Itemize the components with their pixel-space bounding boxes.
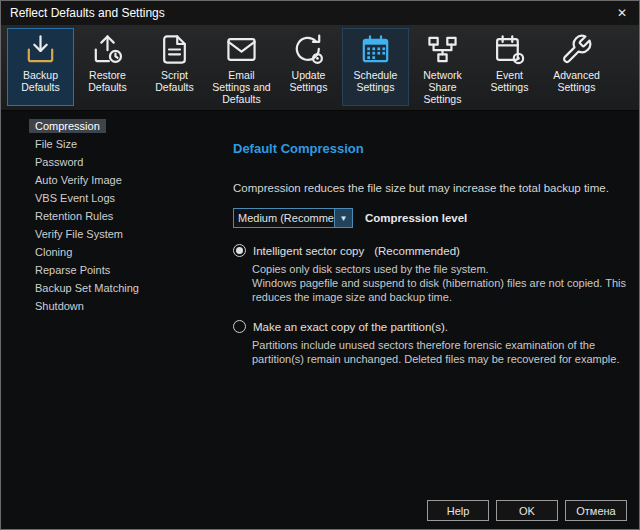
page-title: Default Compression: [233, 141, 629, 156]
dialog-footer: Help OK Отмена: [420, 500, 627, 521]
toolbar-item-update-settings[interactable]: Update Settings: [275, 28, 342, 106]
settings-toolbar: Backup Defaults Restore Defaults Script …: [1, 25, 639, 111]
radio-selected-icon[interactable]: [233, 244, 246, 257]
close-button[interactable]: ✕: [605, 1, 639, 25]
sidebar-item-auto-verify-image[interactable]: Auto Verify Image: [1, 171, 216, 189]
title-bar: Reflect Defaults and Settings ✕: [1, 1, 639, 25]
compression-level-row: Medium (Recommende ▼ Compression level: [233, 208, 629, 228]
sidebar-item-label: Verify File System: [29, 227, 129, 241]
ok-button[interactable]: OK: [496, 500, 558, 521]
toolbar-item-label: Script Defaults: [142, 69, 207, 93]
settings-sidebar: Compression File Size Password Auto Veri…: [1, 117, 216, 315]
toolbar-item-label: Event Settings: [477, 69, 542, 93]
toolbar-item-restore-defaults[interactable]: Restore Defaults: [74, 28, 141, 106]
toolbar-item-network-share-settings[interactable]: Network Share Settings: [409, 28, 476, 106]
sidebar-item-verify-file-system[interactable]: Verify File System: [1, 225, 216, 243]
email-icon: [225, 33, 258, 66]
sidebar-item-label: Compression: [29, 119, 106, 133]
option-description: Partitions include unused sectors theref…: [252, 338, 629, 366]
intro-text: Compression reduces the file size but ma…: [233, 182, 629, 194]
sidebar-item-label: Backup Set Matching: [29, 281, 145, 295]
sidebar-item-reparse-points[interactable]: Reparse Points: [1, 261, 216, 279]
close-icon: ✕: [617, 6, 627, 20]
update-icon: [292, 33, 325, 66]
chevron-down-icon[interactable]: ▼: [334, 209, 352, 227]
option-exact-copy: Make an exact copy of the partition(s). …: [233, 320, 629, 366]
toolbar-item-label: Restore Defaults: [75, 69, 140, 93]
sidebar-item-file-size[interactable]: File Size: [1, 135, 216, 153]
radio-intelligent-sector-copy[interactable]: Intelligent sector copy (Recommended): [233, 244, 629, 257]
option-intelligent-sector-copy: Intelligent sector copy (Recommended) Co…: [233, 244, 629, 304]
help-button[interactable]: Help: [427, 500, 489, 521]
sidebar-item-label: File Size: [29, 137, 83, 151]
toolbar-item-email-settings[interactable]: Email Settings and Defaults: [208, 28, 275, 106]
toolbar-item-backup-defaults[interactable]: Backup Defaults: [7, 28, 74, 106]
reflect-defaults-dialog: Reflect Defaults and Settings ✕ Backup D…: [0, 0, 640, 530]
dropdown-value: Medium (Recommende: [234, 209, 334, 227]
toolbar-item-label: Email Settings and Defaults: [209, 69, 274, 105]
sidebar-item-label: Cloning: [29, 245, 78, 259]
backup-icon: [24, 33, 57, 66]
toolbar-item-label: Advanced Settings: [544, 69, 609, 93]
sidebar-item-retention-rules[interactable]: Retention Rules: [1, 207, 216, 225]
sidebar-item-cloning[interactable]: Cloning: [1, 243, 216, 261]
toolbar-item-label: Update Settings: [276, 69, 341, 93]
toolbar-item-label: Network Share Settings: [410, 69, 475, 105]
radio-label: Intelligent sector copy: [253, 245, 364, 257]
toolbar-item-advanced-settings[interactable]: Advanced Settings: [543, 28, 610, 106]
event-icon: [493, 33, 526, 66]
sidebar-item-label: Auto Verify Image: [29, 173, 128, 187]
sidebar-item-label: VBS Event Logs: [29, 191, 121, 205]
toolbar-item-event-settings[interactable]: Event Settings: [476, 28, 543, 106]
sidebar-item-label: Password: [29, 155, 89, 169]
cancel-button[interactable]: Отмена: [565, 500, 627, 521]
radio-exact-copy[interactable]: Make an exact copy of the partition(s).: [233, 320, 629, 333]
toolbar-item-label: Schedule Settings: [343, 69, 408, 93]
compression-level-label: Compression level: [365, 212, 467, 224]
sidebar-item-label: Retention Rules: [29, 209, 119, 223]
window-title: Reflect Defaults and Settings: [10, 6, 605, 20]
option-description: Copies only disk sectors used by the fil…: [252, 262, 629, 304]
sidebar-item-password[interactable]: Password: [1, 153, 216, 171]
advanced-wrench-icon: [560, 33, 593, 66]
sidebar-item-vbs-event-logs[interactable]: VBS Event Logs: [1, 189, 216, 207]
main-panel: Default Compression Compression reduces …: [233, 117, 629, 366]
network-share-icon: [426, 33, 459, 66]
schedule-icon: [359, 33, 392, 66]
restore-icon: [91, 33, 124, 66]
toolbar-item-label: Backup Defaults: [8, 69, 73, 93]
radio-unselected-icon[interactable]: [233, 320, 246, 333]
sidebar-item-shutdown[interactable]: Shutdown: [1, 297, 216, 315]
script-icon: [158, 33, 191, 66]
toolbar-item-schedule-settings[interactable]: Schedule Settings: [342, 28, 409, 106]
radio-label-suffix: (Recommended): [374, 245, 460, 257]
sidebar-item-compression[interactable]: Compression: [1, 117, 216, 135]
sidebar-item-label: Shutdown: [29, 299, 90, 313]
compression-level-dropdown[interactable]: Medium (Recommende ▼: [233, 208, 353, 228]
toolbar-item-script-defaults[interactable]: Script Defaults: [141, 28, 208, 106]
sidebar-item-backup-set-matching[interactable]: Backup Set Matching: [1, 279, 216, 297]
sidebar-item-label: Reparse Points: [29, 263, 116, 277]
radio-label: Make an exact copy of the partition(s).: [253, 321, 448, 333]
